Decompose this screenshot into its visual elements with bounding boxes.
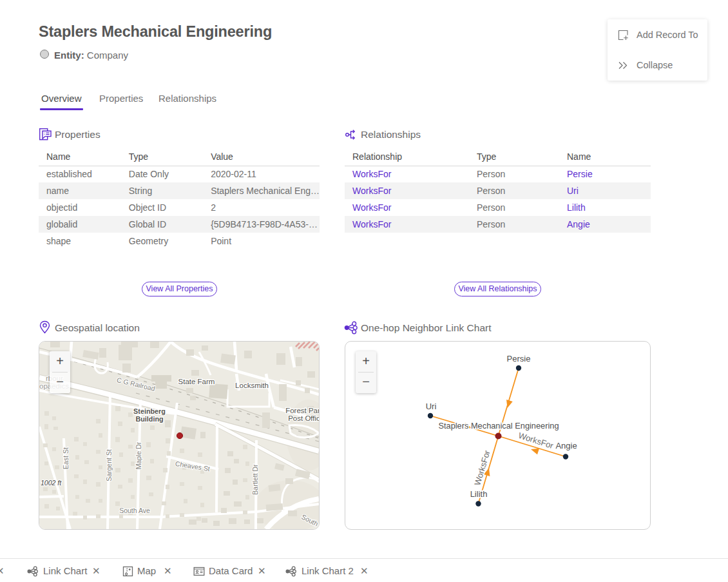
svg-text:Bartlett Dr: Bartlett Dr (251, 464, 259, 495)
svg-text:1002 ft: 1002 ft (41, 479, 62, 487)
svg-text:Post Offic: Post Offic (288, 414, 319, 422)
svg-text:Forest Par: Forest Par (285, 407, 319, 414)
svg-text:Persie: Persie (507, 354, 531, 364)
svg-text:Locksmith: Locksmith (235, 382, 269, 389)
svg-text:Steinberg: Steinberg (133, 407, 166, 415)
svg-text:Staplers Mechanical Engineerin: Staplers Mechanical Engineering (438, 421, 559, 431)
svg-text:Maple Dr: Maple Dr (135, 441, 142, 469)
svg-text:Uri: Uri (426, 402, 437, 411)
svg-text:East St: East St (62, 447, 70, 469)
svg-text:Lilith: Lilith (470, 489, 488, 499)
svg-text:Sargent St: Sargent St (105, 449, 113, 481)
svg-text:Building: Building (135, 415, 163, 423)
svg-text:South Ave: South Ave (119, 507, 150, 514)
svg-text:Angie: Angie (555, 441, 577, 451)
svg-text:State Farm: State Farm (178, 378, 215, 385)
